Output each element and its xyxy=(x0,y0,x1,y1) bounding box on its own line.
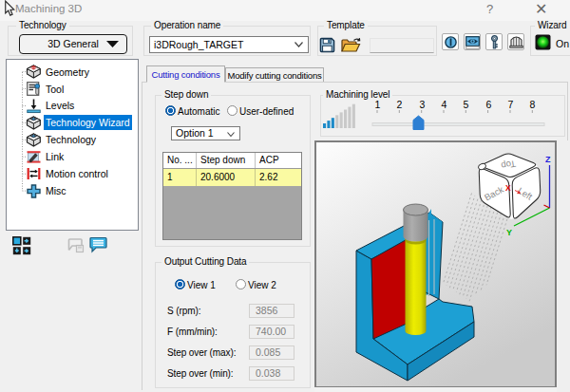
svg-text:Y: Y xyxy=(506,228,512,237)
svg-text:Z: Z xyxy=(545,155,551,164)
svg-text:X: X xyxy=(505,183,511,193)
